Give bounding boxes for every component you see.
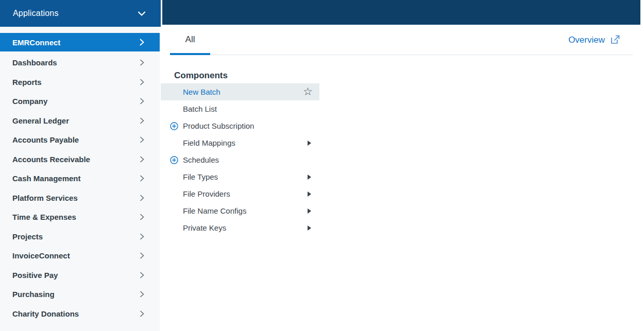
sidebar-item[interactable]: Accounts Receivable [0,150,160,169]
sidebar-item-label: Accounts Receivable [12,155,90,164]
component-item[interactable]: Schedules [161,151,319,168]
chevron-right-icon [140,59,144,66]
tab-bar: All Overview [170,25,633,55]
sidebar-item[interactable]: Company [0,92,160,111]
chevron-right-icon [140,136,144,143]
plus-circle-icon[interactable] [170,122,178,130]
chevron-right-icon [140,156,144,163]
main-panel: All Overview Components New Batch [161,25,644,331]
chevron-right-icon [140,79,144,85]
component-item[interactable]: Product Subscription [161,117,319,134]
overview-link-label: Overview [568,34,605,45]
star-icon[interactable]: ☆ [303,86,313,97]
submenu-arrow-icon [308,225,311,231]
sidebar-item[interactable]: Accounts Payable [0,130,160,150]
sidebar-item[interactable]: Cash Management [0,169,160,188]
sidebar-item[interactable]: Projects [0,227,160,247]
submenu-arrow-icon [308,191,311,197]
sidebar-item-emrconnect[interactable]: EMRConnect [0,33,160,51]
top-bar [162,0,640,25]
sidebar-item[interactable]: Purchasing [0,285,160,304]
sidebar-item-label: InvoiceConnect [12,251,70,260]
chevron-right-icon [140,252,144,259]
sidebar-item[interactable]: Time & Expenses [0,207,160,227]
component-item-label: Product Subscription [183,121,254,130]
components-heading: Components [174,71,644,81]
chevron-right-icon [140,195,144,201]
component-item-label: Schedules [183,155,219,164]
chevron-right-icon [140,233,144,240]
sidebar-item[interactable]: Charity Donations [0,304,160,324]
component-item[interactable]: Private Keys [161,219,319,236]
component-item[interactable]: File Name Configs [161,202,319,219]
sidebar-item-label: Reports [12,78,42,86]
component-item-label: New Batch [183,88,221,96]
components-list: New Batch ☆ Batch List [161,83,644,236]
chevron-right-icon [140,291,144,298]
sidebar-item[interactable]: Reports [0,73,160,92]
component-item[interactable]: Field Mappings [161,134,319,151]
component-item[interactable]: New Batch ☆ [161,83,319,100]
chevron-right-icon [140,214,144,220]
overview-link[interactable]: Overview [568,34,620,45]
sidebar-item[interactable]: General Ledger [0,111,160,131]
applications-label: Applications [13,9,59,18]
sidebar-item-label: Positive Pay [12,271,58,280]
component-item-label: File Name Configs [183,206,246,215]
submenu-arrow-icon [308,175,311,180]
sidebar-item[interactable]: Dashboards [0,53,160,73]
component-item-label: File Providers [183,189,230,198]
sidebar-item-label: Dashboards [12,58,57,67]
tab-all-label: All [185,34,195,45]
submenu-arrow-icon [308,208,311,214]
component-item[interactable]: File Types [161,168,319,185]
chevron-right-icon [140,310,144,317]
chevron-right-icon [140,272,144,278]
chevron-down-icon [138,11,145,16]
chevron-right-icon [140,98,144,104]
page: Applications EMRConnect Dashboards [0,0,644,331]
component-item-label: File Types [183,172,218,181]
sidebar-item[interactable]: InvoiceConnect [0,246,160,266]
sidebar-item-label: Projects [12,232,43,241]
component-item-label: Batch List [183,104,217,113]
sidebar-item-label: Platform Services [12,194,78,202]
sidebar-item-label: EMRConnect [12,38,60,47]
sidebar-item-label: Time & Expenses [12,213,76,221]
chevron-right-icon [140,175,144,182]
chevron-right-icon [140,117,144,124]
external-link-icon [609,34,620,45]
sidebar-item-label: Charity Donations [12,309,79,318]
sidebar-item-label: Purchasing [12,290,55,299]
sidebar: EMRConnect Dashboards Reports [0,27,160,331]
component-item-label: Field Mappings [183,138,235,147]
sidebar-item[interactable]: Platform Services [0,188,160,208]
sidebar-item-label: Company [12,97,47,106]
sidebar-item-label: Cash Management [12,174,81,183]
applications-menu[interactable]: Applications [0,0,161,27]
component-item[interactable]: Batch List [161,100,319,117]
submenu-arrow-icon [308,141,311,146]
chevron-right-icon [140,39,144,46]
sidebar-item[interactable]: Positive Pay [0,266,160,285]
component-item-label: Private Keys [183,223,226,232]
plus-circle-icon[interactable] [170,156,178,164]
sidebar-item-label: Accounts Payable [12,135,79,144]
tab-all[interactable]: All [170,25,210,55]
component-item[interactable]: File Providers [161,185,319,202]
sidebar-item-label: General Ledger [12,116,69,125]
sidebar-item-list: Dashboards Reports Company [0,53,160,323]
